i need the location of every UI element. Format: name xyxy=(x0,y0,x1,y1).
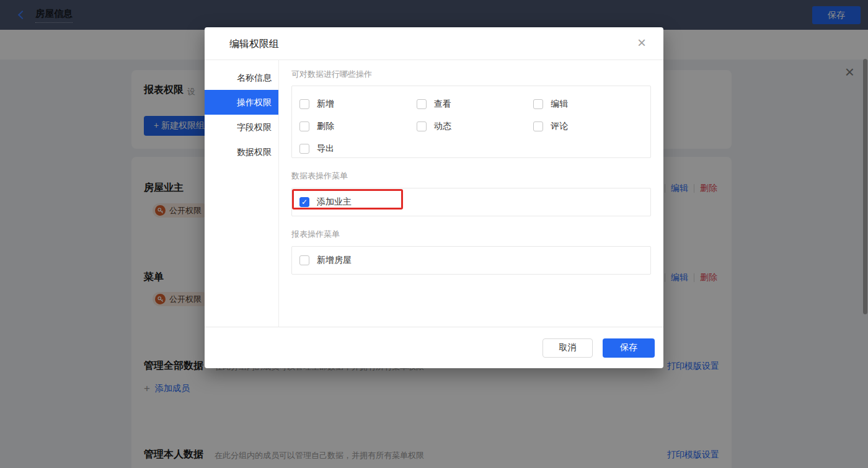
checkbox-checked-icon[interactable]: ✓ xyxy=(299,197,309,207)
screen: 房屋信息 保存 × 报表权限 设 + 新建权限组 房屋业主 公开权限 编辑 删除… xyxy=(0,0,868,468)
checkbox-unchecked-icon[interactable] xyxy=(417,99,427,109)
checkbox-unchecked-icon[interactable] xyxy=(299,121,309,131)
checkbox-label: 新增 xyxy=(317,99,334,110)
checkbox-unchecked-icon[interactable] xyxy=(417,121,427,131)
modal-body: 名称信息 操作权限 字段权限 数据权限 可对数据进行哪些操作 新增 查看 xyxy=(205,60,663,327)
checkbox-unchecked-icon[interactable] xyxy=(533,99,543,109)
check-glyph: ✓ xyxy=(301,198,308,206)
checkbox-unchecked-icon[interactable] xyxy=(533,121,543,131)
checkbox-option-edit[interactable]: 编辑 xyxy=(533,93,650,115)
checkbox-unchecked-icon[interactable] xyxy=(299,99,309,109)
tab-field-perm[interactable]: 字段权限 xyxy=(205,115,278,139)
checkbox-option-add-house[interactable]: 新增房屋 xyxy=(299,255,352,266)
checkbox-label: 导出 xyxy=(317,143,334,154)
modal-footer: 取消 保存 xyxy=(205,327,663,368)
operations-checkbox-box: 新增 查看 编辑 删除 xyxy=(291,86,651,158)
checkbox-option-add-owner[interactable]: ✓ 添加业主 xyxy=(299,196,352,208)
checkbox-option-delete[interactable]: 删除 xyxy=(299,115,417,138)
modal-tab-content: 可对数据进行哪些操作 新增 查看 编辑 xyxy=(279,60,663,327)
checkbox-label: 编辑 xyxy=(551,99,568,110)
modal-tab-list: 名称信息 操作权限 字段权限 数据权限 xyxy=(205,60,279,327)
modal-title: 编辑权限组 xyxy=(229,38,279,51)
checkbox-option-comment[interactable]: 评论 xyxy=(533,115,650,138)
modal-header: 编辑权限组 × xyxy=(205,27,663,60)
report-menu-group-label: 报表操作菜单 xyxy=(291,229,651,240)
checkbox-option-add[interactable]: 新增 xyxy=(299,93,417,115)
cancel-button[interactable]: 取消 xyxy=(542,338,593,358)
checkbox-label: 删除 xyxy=(317,121,334,132)
checkbox-unchecked-icon[interactable] xyxy=(299,144,309,154)
checkbox-unchecked-icon[interactable] xyxy=(299,255,309,265)
operations-group-label: 可对数据进行哪些操作 xyxy=(291,69,651,80)
tab-operation-perm[interactable]: 操作权限 xyxy=(205,90,278,115)
save-button[interactable]: 保存 xyxy=(603,338,655,358)
checkbox-label: 动态 xyxy=(434,121,451,132)
tab-name-info[interactable]: 名称信息 xyxy=(205,65,278,90)
modal-close-icon[interactable]: × xyxy=(637,35,646,50)
table-menu-group-label: 数据表操作菜单 xyxy=(291,170,651,182)
checkbox-option-view[interactable]: 查看 xyxy=(417,93,534,115)
checkbox-option-export[interactable]: 导出 xyxy=(299,138,417,160)
checkbox-label: 新增房屋 xyxy=(317,255,352,266)
edit-permission-group-modal: 编辑权限组 × 名称信息 操作权限 字段权限 数据权限 可对数据进行哪些操作 新… xyxy=(205,27,663,368)
checkbox-label: 评论 xyxy=(551,121,568,132)
tab-data-perm[interactable]: 数据权限 xyxy=(205,139,278,164)
checkbox-label: 查看 xyxy=(434,99,451,110)
checkbox-label: 添加业主 xyxy=(317,196,352,208)
report-menu-box: 新增房屋 xyxy=(291,246,651,275)
checkbox-option-activity[interactable]: 动态 xyxy=(417,115,534,138)
table-menu-box: ✓ 添加业主 xyxy=(291,188,651,216)
